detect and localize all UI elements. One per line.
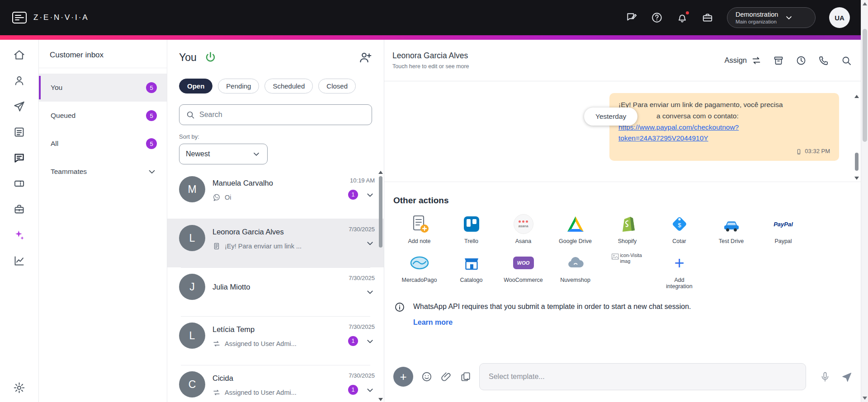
nav-ai-assistant-icon[interactable] [13,229,25,241]
availability-power-icon[interactable] [204,51,217,64]
conversation-item[interactable]: L Letícia Temp Assigned to User Admi... … [167,316,384,365]
phone-icon[interactable] [818,55,829,66]
action-shopify[interactable]: Shopify [601,214,653,244]
page-scrollbar[interactable] [861,0,868,402]
nav-contacts-icon[interactable] [13,75,25,87]
conversation-item[interactable]: M Manuela Carvalho Oi 10:19 AM 1 [167,170,384,219]
list-scrollbar[interactable] [378,170,383,402]
payment-link[interactable]: https://www.paypal.com/checkoutnow? toke… [618,122,830,145]
brand[interactable]: Z·E·N·V·I·A [12,11,89,24]
organization-icon[interactable] [702,12,713,23]
chevron-down-icon[interactable] [365,287,375,297]
unread-badge: 1 [348,336,358,346]
action-nuvemshop[interactable]: Nuvemshop [549,252,601,290]
scroll-down-arrow[interactable] [863,397,867,400]
conversation-list-panel: You Open Pending Scheduled Closed Sort b… [167,40,384,402]
conversation-item[interactable]: L Leonora Garcia Alves ¡Ey! Para enviar … [167,219,384,267]
archive-icon[interactable] [773,55,784,66]
send-icon[interactable] [841,371,853,383]
new-chat-icon[interactable] [626,12,637,23]
message-time: 03:32 PM [805,147,830,156]
nav-tickets-icon[interactable] [13,178,25,190]
tab-open[interactable]: Open [179,79,212,93]
microphone-icon[interactable] [819,371,831,383]
conversation-item[interactable]: C Cicida Assigned to User Admi... 7/30/2… [167,365,384,402]
sidebar-item-teammates[interactable]: Teammates [39,158,167,186]
action-add-integration[interactable]: + Add integration [653,252,705,290]
action-catalogo[interactable]: Catalogo [445,252,497,290]
action-cotar[interactable]: $ Cotar [653,214,705,244]
nav-chats-icon[interactable] [13,152,25,164]
tab-scheduled[interactable]: Scheduled [264,79,313,93]
org-switcher[interactable]: Demonstration Main organization [727,7,816,28]
sort-by-label: Sort by: [179,133,372,140]
nav-toolbox-icon[interactable] [13,203,25,215]
sidebar-item-all[interactable]: All 5 [39,130,167,158]
message-text: ¡Ey! Para enviar um link de pagamento, v… [618,99,830,111]
scroll-up-arrow[interactable] [854,95,859,98]
nav-campaigns-icon[interactable] [13,100,25,112]
emoji-icon[interactable] [421,371,433,383]
conversation-preview: ¡Ey! Para enviar um link ... [225,243,302,250]
add-contact-icon[interactable] [359,51,372,64]
notifications-bell[interactable] [676,12,688,23]
action-woocommerce[interactable]: WOO WooCommerce [497,252,549,290]
sidebar-item-label: You [51,84,62,92]
chevron-down-icon [784,13,793,22]
user-avatar[interactable]: UA [829,7,850,28]
tab-closed[interactable]: Closed [318,79,356,93]
template-icon[interactable] [460,371,472,383]
learn-more-link[interactable]: Learn more [413,318,453,327]
history-clock-icon[interactable] [796,55,807,66]
nav-docs-icon[interactable] [13,126,25,138]
tab-pending[interactable]: Pending [218,79,259,93]
action-visita-broken[interactable]: icon-Visita imag [601,252,653,290]
scrollbar-thumb[interactable] [863,29,867,142]
brand-gradient-stripe [0,35,868,40]
chevron-down-icon [147,167,157,177]
scroll-up-arrow[interactable] [863,2,867,5]
nav-analytics-icon[interactable] [13,255,25,267]
sidebar-item-queued[interactable]: Queued 5 [39,102,167,130]
chevron-down-icon[interactable] [365,190,375,200]
scroll-down-arrow[interactable] [378,398,383,401]
settings-gear-icon[interactable] [13,382,25,394]
paperclip-icon[interactable] [440,371,452,383]
chat-contact-header[interactable]: Leonora Garcia Alves Touch here to edit … [392,51,469,70]
add-attachment-button[interactable]: + [393,367,413,387]
brand-name: Z·E·N·V·I·A [33,13,89,22]
sidebar-item-label: Queued [51,112,75,120]
template-select-input[interactable] [479,363,806,390]
help-icon[interactable] [651,12,663,23]
info-icon [394,302,405,313]
trello-icon [461,214,482,234]
chevron-down-icon[interactable] [365,385,375,395]
sort-select[interactable]: Newest [179,144,268,164]
action-google-drive[interactable]: Google Drive [549,214,601,244]
message-scrollbar[interactable] [854,81,860,182]
action-test-drive[interactable]: Test Drive [705,214,757,244]
action-add-note[interactable]: Add note [393,214,445,244]
scroll-up-arrow[interactable] [378,171,383,174]
scrollbar-thumb[interactable] [855,153,859,171]
google-drive-icon [565,214,586,234]
search-icon[interactable] [841,55,852,66]
avatar: L [179,323,205,349]
action-trello[interactable]: Trello [445,214,497,244]
conversation-item[interactable]: J Julia Miotto 7/30/2025 [167,267,384,316]
scroll-down-arrow[interactable] [854,177,859,180]
chevron-down-icon[interactable] [365,238,375,248]
avatar: L [179,225,205,251]
scrollbar-thumb[interactable] [379,176,382,248]
nav-home-icon[interactable] [13,49,25,61]
chevron-down-icon[interactable] [365,337,375,346]
action-mercadopago[interactable]: MercadoPago [393,252,445,290]
action-paypal[interactable]: PayPal Paypal [757,214,809,244]
zenvia-logo-icon [12,11,27,24]
shopify-icon [617,214,638,234]
conversation-name: Leonora Garcia Alves [212,228,359,236]
sidebar-item-you[interactable]: You 5 [39,74,167,102]
search-input[interactable] [199,111,365,119]
assign-button[interactable]: Assign [724,56,761,65]
action-asana[interactable]: asana Asana [497,214,549,244]
